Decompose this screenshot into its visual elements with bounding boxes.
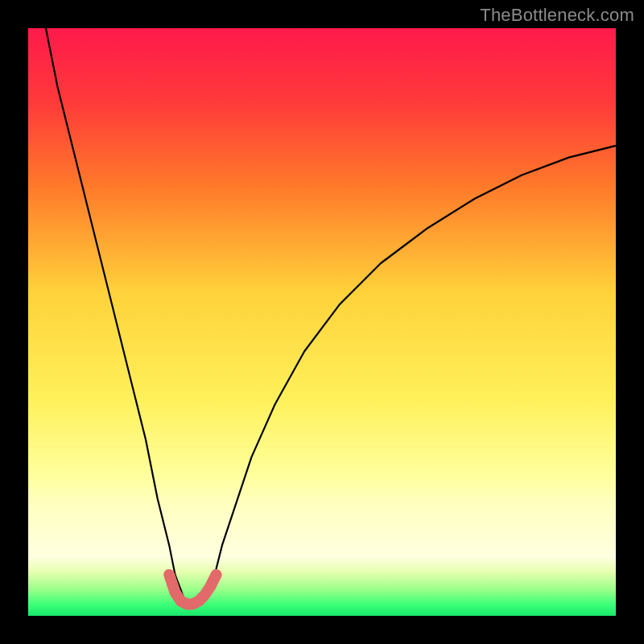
bottleneck-curve	[28, 28, 616, 616]
bottleneck-curve-path	[46, 28, 616, 604]
watermark-text: TheBottleneck.com	[480, 5, 634, 26]
plot-area	[28, 28, 616, 616]
chart-frame: TheBottleneck.com	[0, 0, 644, 644]
valley-marker	[169, 575, 216, 605]
